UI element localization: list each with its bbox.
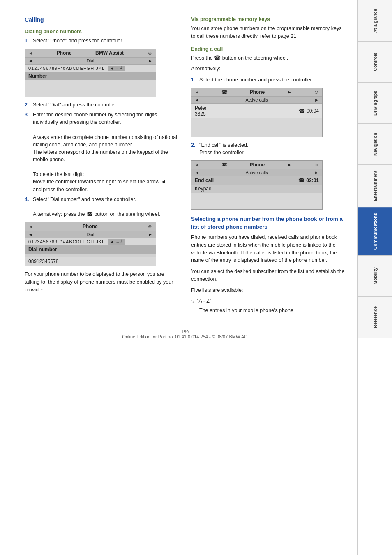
bullet-a-z-text: "A - Z" bbox=[197, 297, 211, 305]
main-content: Calling Dialing phone numbers 1. Select … bbox=[0, 0, 357, 555]
sidebar-tabs: At a glanceControlsDriving tipsNavigatio… bbox=[357, 0, 392, 555]
sub-fwd-ac2: ► bbox=[314, 170, 319, 175]
active-calls-header-2: ◄ ☎ Phone ► ☺ bbox=[191, 161, 322, 169]
sub-active-2: Active calls bbox=[245, 170, 268, 175]
keypad-display-2: 0123456789+*#ABCDEFGHIJKL ◄ ←┘ bbox=[25, 238, 156, 245]
spacer-between bbox=[25, 254, 156, 257]
ending-step-2-text: "End call" is selected. Press the contro… bbox=[199, 141, 345, 156]
page-number: 189 bbox=[181, 329, 189, 334]
ending-call-title: Ending a call bbox=[191, 46, 345, 52]
step-1-num: 1. bbox=[25, 37, 30, 44]
phone-title-2: Phone bbox=[83, 224, 98, 229]
ending-steps-2: 2. "End call" is selected. Press the con… bbox=[191, 141, 345, 156]
dial-number-label: Dial number bbox=[25, 245, 156, 254]
five-lists-label: Five lists are available: bbox=[191, 287, 345, 294]
active-calls-header-1: ◄ ☎ Phone ► ☺ bbox=[191, 88, 322, 97]
active-phone-title-1: Phone bbox=[250, 89, 265, 95]
active-calls-subheader-2: ◄ Active calls ► bbox=[191, 169, 322, 176]
selecting-p2: You can select the desired subscriber fr… bbox=[191, 268, 345, 283]
active-back-2: ◄ bbox=[195, 162, 199, 167]
selecting-title: Selecting a phone number from the phone … bbox=[191, 215, 345, 231]
step-2-num: 2. bbox=[25, 101, 30, 109]
right-column: Via programmable memory keys You can sto… bbox=[191, 16, 345, 317]
sidebar-tab-driving-tips[interactable]: Driving tips bbox=[358, 82, 392, 123]
via-programmable-text: You can store phone numbers on the progr… bbox=[191, 25, 345, 40]
via-programmable-title: Via programmable memory keys bbox=[191, 16, 345, 22]
end-call-row: End call ☎ 02:01 bbox=[191, 176, 322, 185]
back-btn-1: ◄ ←┘ bbox=[108, 66, 125, 71]
end-call-time: ☎ 02:01 bbox=[298, 178, 319, 183]
call-phone-icon-1: ☎ bbox=[299, 108, 305, 114]
call-time-1: ☎ 00:04 bbox=[299, 108, 319, 114]
alternatively-label: Alternatively: bbox=[191, 65, 345, 73]
keypad-display-1: 0123456789+*#ABCDEFGHIJKL ◄ ←┘ bbox=[25, 65, 156, 72]
sidebar-tab-at-a-glance[interactable]: At a glance bbox=[358, 0, 392, 41]
step-1-text: Select "Phone" and press the controller. bbox=[33, 37, 179, 44]
step-1: 1. Select "Phone" and press the controll… bbox=[25, 37, 179, 44]
sub-fwd-2: ► bbox=[148, 232, 152, 237]
ending-step-1-text: Select the phone number and press the co… bbox=[199, 76, 345, 83]
active-phone-fwd-1: ► bbox=[287, 89, 292, 95]
phone-subheader-1: ◄ Dial ► bbox=[25, 58, 156, 65]
step-3-text: Enter the desired phone number by select… bbox=[33, 111, 179, 193]
step-2-text: Select "Dial" and press the controller. bbox=[33, 101, 179, 109]
calling-title: Calling bbox=[25, 16, 179, 23]
step-4: 4. Select "Dial number" and press the co… bbox=[25, 196, 179, 218]
caller-name-1: Peter bbox=[195, 105, 207, 111]
ending-step-2-num: 2. bbox=[191, 141, 197, 156]
ending-step-2: 2. "End call" is selected. Press the con… bbox=[191, 141, 345, 156]
step-3-num: 3. bbox=[25, 111, 30, 193]
active-phone-icon2-2: ☺ bbox=[314, 162, 319, 168]
keypad-text-2: 0123456789+*#ABCDEFGHIJKL bbox=[28, 239, 105, 244]
back-arrow-2: ◄ bbox=[28, 224, 33, 229]
active-phone-title-2: Phone bbox=[250, 162, 265, 168]
active-call-entry-1: Peter 3325 ☎ 00:04 bbox=[191, 104, 322, 118]
phone-icon-1: ☺ bbox=[148, 50, 152, 56]
active-phone-icon2-1: ☺ bbox=[314, 89, 319, 95]
sub-back-ac1: ◄ bbox=[195, 97, 199, 102]
sub-fwd-1: ► bbox=[148, 58, 152, 63]
caller-number-1: 3325 bbox=[195, 111, 207, 117]
sub-fwd-ac1: ► bbox=[314, 97, 319, 102]
bullet-a-z: ▷ "A - Z" bbox=[191, 297, 345, 305]
dialing-steps-2-4: 2. Select "Dial" and press the controlle… bbox=[25, 101, 179, 218]
dialing-subtitle: Dialing phone numbers bbox=[25, 29, 179, 35]
active-back-1: ◄ bbox=[195, 90, 199, 95]
dialing-steps: 1. Select "Phone" and press the controll… bbox=[25, 37, 179, 44]
ending-step-1: 1. Select the phone number and press the… bbox=[191, 76, 345, 83]
sidebar-tab-navigation[interactable]: Navigation bbox=[358, 123, 392, 164]
sidebar-tab-communications[interactable]: Communications bbox=[358, 207, 392, 255]
phone-header-2: ◄ Phone ☺ bbox=[25, 222, 156, 231]
end-call-label: End call bbox=[195, 178, 214, 183]
sidebar-tab-controls[interactable]: Controls bbox=[358, 41, 392, 82]
back-arrow-1: ◄ bbox=[28, 51, 33, 56]
sidebar-tab-entertainment[interactable]: Entertainment bbox=[358, 164, 392, 207]
sub-back-ac2: ◄ bbox=[195, 170, 199, 175]
caller-info-1: Peter 3325 bbox=[195, 105, 207, 117]
phone-icon-2: ☺ bbox=[148, 224, 152, 229]
back-btn-2: ◄ ←┘ bbox=[108, 239, 125, 245]
sub-active-1: Active calls bbox=[245, 97, 268, 102]
sub-dial-1: Dial bbox=[87, 58, 95, 63]
active-call-spacer-1 bbox=[191, 118, 322, 137]
ending-steps: 1. Select the phone number and press the… bbox=[191, 76, 345, 83]
step-2: 2. Select "Dial" and press the controlle… bbox=[25, 101, 179, 109]
page-footer: 189 Online Edition for Part no. 01 41 0 … bbox=[25, 325, 345, 339]
phone-header-1: ◄ Phone BMW Assist ☺ bbox=[25, 49, 156, 58]
active-call-spacer-2 bbox=[191, 193, 322, 209]
number-label-1: Number bbox=[25, 72, 156, 80]
sidebar-tab-reference[interactable]: Reference bbox=[358, 296, 392, 338]
step-4-text: Select "Dial number" and press the contr… bbox=[33, 196, 179, 218]
selecting-p1: Phone numbers you have dialed, received … bbox=[191, 234, 345, 264]
phone-title-1: Phone bbox=[57, 50, 72, 56]
sidebar-tab-mobility[interactable]: Mobility bbox=[358, 255, 392, 296]
sub-back-2: ◄ bbox=[28, 232, 33, 237]
phone-active-calls-2: ◄ ☎ Phone ► ☺ ◄ Active calls ► End call … bbox=[191, 160, 323, 210]
sub-dial-2: Dial bbox=[87, 232, 95, 237]
bmw-assist-label: BMW Assist bbox=[95, 50, 124, 56]
keypad-text-1: 0123456789+*#ABCDEFGHIJKL bbox=[28, 66, 105, 71]
left-column: Calling Dialing phone numbers 1. Select … bbox=[25, 16, 179, 317]
end-call-phone-icon: ☎ bbox=[298, 178, 304, 183]
phone-number-display: 08912345678 bbox=[25, 257, 156, 266]
active-phone-fwd-2: ► bbox=[287, 162, 292, 168]
